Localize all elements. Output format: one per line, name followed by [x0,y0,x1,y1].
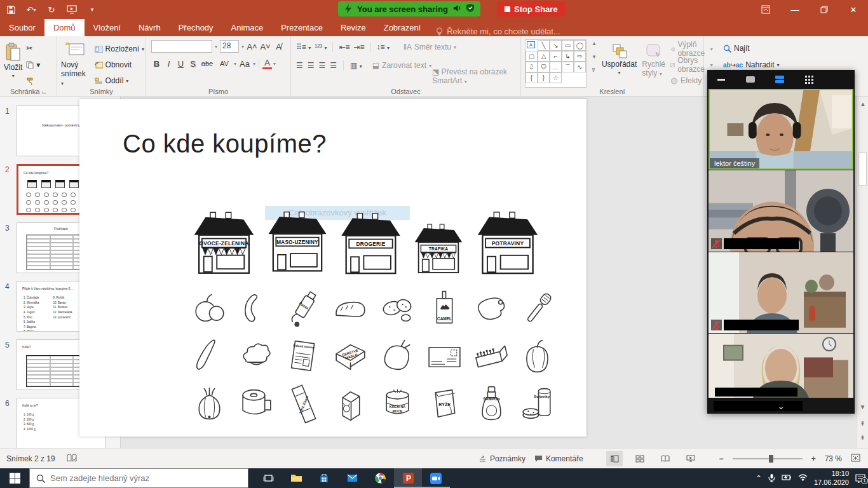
zoom-slider[interactable] [733,458,803,459]
arc-shape-icon[interactable]: ⌒ [562,62,574,72]
star-shape-icon[interactable]: ☆ [550,72,562,83]
tab-prezentace[interactable]: Prezentace [272,19,332,36]
brace-shape-icon[interactable]: { [526,72,538,83]
new-slide-button[interactable]: Novýsnímek ▾ [61,39,90,88]
restore-button[interactable] [810,0,839,19]
tell-me-box[interactable]: Řekněte mi, co chcete udělat... [430,27,566,36]
grow-font-button[interactable]: A˄ [247,42,257,51]
shops-row[interactable]: OVOCE-ZELENINA MASO-UZENINY DROGERIE TRA… [191,208,551,274]
scribble-shape-icon[interactable]: ﹏ [550,62,562,72]
shapes-gallery[interactable]: A ╲ ↘ ▭ ◯ ▢ △ ⌐ ↳ ⇨ ⇩ 🗩 ﹏ ⌒ ∿ { } ☆ [525,39,587,88]
layout-button[interactable]: Rozložení ▾ [95,42,144,56]
font-name-combobox[interactable] [151,40,212,53]
participant-video-4[interactable] [709,334,853,398]
normal-view-button[interactable] [606,451,623,466]
taskbar-clock[interactable]: 18:1017.06.2020 [814,470,849,487]
customize-qat-icon[interactable]: ▾ [86,4,98,15]
triangle-shape-icon[interactable]: △ [538,51,550,62]
italic-button[interactable]: I [163,59,174,69]
next-slide-button[interactable]: ⇟ [857,433,868,443]
vertical-scrollbar[interactable]: ▲ ▼ ⇞ ⇟ [857,97,868,448]
zoom-grid-view-icon[interactable] [803,75,815,84]
slideshow-view-button[interactable] [682,451,699,466]
file-explorer-button[interactable] [282,468,310,488]
zoom-video-panel[interactable]: lektor češtiny [707,70,855,413]
search-input[interactable] [50,473,234,483]
bracket-shape-icon[interactable]: } [538,72,550,83]
zoom-in-button[interactable]: + [811,454,816,463]
curve-shape-icon[interactable]: ∿ [574,62,586,72]
smartart-button[interactable]: ⬔ Převést na obrázek SmartArt ▾ [432,67,520,85]
text-shadow-button[interactable]: S [187,59,198,69]
zoom-out-button[interactable]: − [719,454,724,463]
shapes-scroll-down[interactable]: ▼ [592,54,597,60]
scroll-up-arrow[interactable]: ▲ [857,99,868,109]
increase-indent-button[interactable]: ⇥≡ [354,43,365,51]
strikethrough-button[interactable]: abe [200,60,215,67]
tab-vložení[interactable]: Vložení [85,19,130,36]
elbow-arrow-shape-icon[interactable]: ↳ [562,51,574,62]
shapes-more[interactable]: ⊽ [592,67,597,73]
fit-slide-button[interactable] [851,454,860,464]
bold-button[interactable]: B [151,59,162,69]
chevron-down-icon[interactable]: ⌄ [777,401,785,411]
text-direction-button[interactable]: ‖A Směr textu ▾ [403,40,456,54]
chrome-button[interactable] [366,468,394,488]
powerpoint-taskbar-button[interactable]: P [394,468,422,488]
minimize-button[interactable]: — [780,0,810,19]
cut-button[interactable]: ✂ [26,41,40,55]
zoom-minimize-icon[interactable] [715,75,728,84]
slide-title[interactable]: Co kde koupíme? [123,130,327,158]
columns-button[interactable]: ▥ ▾ [350,61,362,70]
items-grid[interactable]: PastaCAMELLidové novinyČERSTVÉ MÁSLO10Kč… [189,287,564,430]
justify-button[interactable]: ☰ [330,61,337,70]
tab-zobrazení[interactable]: Zobrazení [375,19,430,36]
slideshow-icon[interactable] [66,4,78,15]
shapes-scroll-up[interactable]: ▲ [592,41,597,46]
align-right-button[interactable]: ☰ [319,61,326,70]
tab-soubor[interactable]: Soubor [0,19,44,36]
format-painter-button[interactable] [26,74,40,88]
zoom-speaker-view-icon[interactable] [744,75,757,84]
rounded-rect-shape-icon[interactable]: ▢ [526,51,538,62]
rectangle-shape-icon[interactable]: ▭ [562,40,574,51]
section-button[interactable]: Oddíl ▾ [95,74,144,88]
redo-icon[interactable]: ↻ [46,4,57,15]
mail-button[interactable] [338,468,366,488]
participant-video-1[interactable]: lektor češtiny [709,89,853,170]
zoom-taskbar-button[interactable] [422,468,450,488]
tab-animace[interactable]: Animace [222,19,273,36]
close-button[interactable]: ✕ [839,0,868,19]
tab-návrh[interactable]: Návrh [130,19,170,36]
font-size-combobox[interactable]: 28 [220,40,239,53]
arrange-button[interactable]: Uspořádat▾ [602,39,637,88]
tab-revize[interactable]: Revize [332,19,375,36]
participant-video-3[interactable] [709,252,853,333]
tray-expand-chevron[interactable]: ⌃ [756,474,762,483]
block-arrow-shape-icon[interactable]: ⇨ [574,51,586,62]
arrow-shape-icon[interactable]: ↘ [550,40,562,51]
scroll-down-arrow[interactable]: ▼ [857,402,868,412]
zoom-panel-header[interactable] [707,70,855,89]
notification-center-button[interactable]: 1 [855,474,865,483]
scrollbar-thumb[interactable] [858,152,867,186]
tab-přechody[interactable]: Přechody [170,19,222,36]
zoom-slider-thumb[interactable] [769,455,773,463]
reading-view-button[interactable] [657,451,674,466]
previous-slide-button[interactable]: ⇞ [857,419,868,429]
copy-button[interactable]: ▾ [26,58,40,72]
line-spacing-button[interactable]: ↕≡ ▾ [377,43,390,51]
save-icon[interactable] [5,4,17,15]
slide-canvas[interactable]: Co kde koupíme? Celoobrazovkový výstřiže… [79,99,587,437]
stop-share-button[interactable]: Stop Share [497,1,566,17]
notes-button[interactable]: Poznámky [478,454,526,463]
align-left-button[interactable]: ☰ [296,61,303,70]
underline-button[interactable]: U [175,59,186,69]
store-button[interactable] [310,468,338,488]
task-view-button[interactable] [254,468,282,488]
clipboard-group-label[interactable]: Schránka ⌙ [0,88,57,95]
down-arrow-shape-icon[interactable]: ⇩ [526,62,538,72]
slide-indicator[interactable]: Snímek 2 z 19 [6,454,55,463]
numbering-button[interactable]: ¹²³ ▾ [315,43,327,51]
align-text-button[interactable]: ⬓ Zarovnat text ▾ [372,58,431,72]
